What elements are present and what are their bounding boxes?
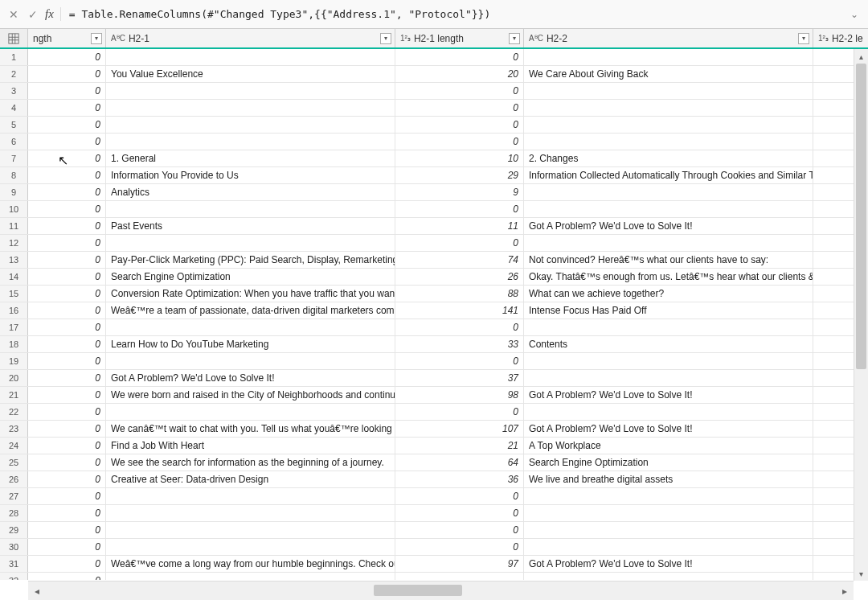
cell-h2-1[interactable]: We see the search for information as the… xyxy=(106,454,395,471)
row-number[interactable]: 23 xyxy=(0,421,28,437)
row-number[interactable]: 8 xyxy=(0,167,28,183)
row-number[interactable]: 3 xyxy=(0,83,28,99)
table-row[interactable]: 400 xyxy=(0,100,868,117)
cell-h2-1[interactable]: Find a Job With Heart xyxy=(106,438,395,454)
cell-h2-1-length[interactable]: 9 xyxy=(395,184,524,200)
scroll-up-icon[interactable]: ▴ xyxy=(854,49,868,64)
cell-h2-1[interactable]: We were born and raised in the City of N… xyxy=(106,387,395,403)
cell-h2-1[interactable] xyxy=(106,235,395,251)
cell-ngth[interactable]: 0 xyxy=(28,336,106,352)
cell-ngth[interactable]: 0 xyxy=(28,522,106,538)
cell-h2-1-length[interactable]: 0 xyxy=(395,505,524,521)
cell-h2-2[interactable] xyxy=(524,100,813,116)
table-row[interactable]: 160Weâ€™re a team of passionate, data-dr… xyxy=(0,302,868,319)
horizontal-scroll-thumb[interactable] xyxy=(374,585,462,596)
column-header-ngth[interactable]: ngth ▾ xyxy=(28,29,106,47)
filter-dropdown-icon[interactable]: ▾ xyxy=(91,33,102,44)
cell-ngth[interactable]: 0 xyxy=(28,286,106,302)
table-row[interactable]: 150Conversion Rate Optimization: When yo… xyxy=(0,286,868,302)
table-row[interactable]: 110Past Events11Got A Problem? We'd Love… xyxy=(0,218,868,235)
horizontal-scrollbar[interactable]: ◂ ▸ xyxy=(28,581,854,600)
cell-h2-1[interactable] xyxy=(106,522,395,538)
cell-h2-2[interactable]: 2. Changes xyxy=(524,150,813,166)
cell-ngth[interactable]: 0 xyxy=(28,218,106,234)
cell-h2-2[interactable]: Got A Problem? We'd Love to Solve It! xyxy=(524,218,813,234)
vertical-scrollbar[interactable]: ▴ ▾ xyxy=(854,49,868,581)
cell-h2-2[interactable] xyxy=(524,370,813,386)
filter-dropdown-icon[interactable]: ▾ xyxy=(380,33,391,44)
cell-h2-1[interactable]: Analytics xyxy=(106,184,395,200)
cell-h2-2[interactable]: Got A Problem? We'd Love to Solve It! xyxy=(524,421,813,437)
cell-h2-1-length[interactable]: 107 xyxy=(395,421,524,437)
cell-h2-1-length[interactable]: 98 xyxy=(395,387,524,403)
table-row[interactable]: 200Got A Problem? We'd Love to Solve It!… xyxy=(0,370,868,387)
row-number[interactable]: 31 xyxy=(0,556,28,572)
cell-h2-2[interactable]: A Top Workplace xyxy=(524,438,813,454)
cell-ngth[interactable]: 0 xyxy=(28,100,106,116)
cell-h2-1[interactable] xyxy=(106,573,395,580)
cell-h2-1[interactable]: Learn How to Do YouTube Marketing xyxy=(106,336,395,352)
cell-h2-2[interactable] xyxy=(524,319,813,335)
row-number[interactable]: 27 xyxy=(0,488,28,504)
cell-h2-1[interactable] xyxy=(106,201,395,217)
cell-h2-1[interactable] xyxy=(106,319,395,335)
table-row[interactable]: 3000 xyxy=(0,539,868,556)
cell-ngth[interactable]: 0 xyxy=(28,404,106,420)
cell-h2-1-length[interactable]: 74 xyxy=(395,252,524,268)
cell-h2-1-length[interactable]: 20 xyxy=(395,66,524,82)
cell-h2-1[interactable] xyxy=(106,134,395,150)
cell-h2-1[interactable] xyxy=(106,488,395,504)
cell-h2-1[interactable]: Past Events xyxy=(106,218,395,234)
cancel-button[interactable]: ✕ xyxy=(6,7,21,22)
row-number[interactable]: 17 xyxy=(0,319,28,335)
cell-h2-1[interactable] xyxy=(106,539,395,555)
cell-h2-1-length[interactable]: 0 xyxy=(395,522,524,538)
row-number[interactable]: 11 xyxy=(0,218,28,234)
row-number[interactable]: 16 xyxy=(0,302,28,318)
cell-ngth[interactable]: 0 xyxy=(28,387,106,403)
row-number[interactable]: 14 xyxy=(0,269,28,285)
table-row[interactable]: 130Pay-Per-Click Marketing (PPC): Paid S… xyxy=(0,252,868,269)
cell-h2-2[interactable]: Intense Focus Has Paid Off xyxy=(524,302,813,318)
cell-h2-1[interactable] xyxy=(106,117,395,133)
expand-formula-icon[interactable]: ⌄ xyxy=(847,9,862,20)
table-row[interactable]: 2700 xyxy=(0,488,868,505)
cell-h2-1-length[interactable]: 10 xyxy=(395,150,524,166)
cell-h2-2[interactable]: Not convinced? Hereâ€™s what our clients… xyxy=(524,252,813,268)
table-row[interactable]: 600 xyxy=(0,134,868,150)
cell-h2-2[interactable]: What can we achieve together? xyxy=(524,286,813,302)
cell-h2-2[interactable] xyxy=(524,117,813,133)
cell-ngth[interactable]: 0 xyxy=(28,150,106,166)
cell-h2-1[interactable]: 1. General xyxy=(106,150,395,166)
cell-h2-1-length[interactable]: 0 xyxy=(395,100,524,116)
table-row[interactable]: 20You Value Excellence20We Care About Gi… xyxy=(0,66,868,83)
cell-h2-1-length[interactable]: 141 xyxy=(395,302,524,318)
table-row[interactable]: 2800 xyxy=(0,505,868,522)
cell-h2-1-length[interactable]: 11 xyxy=(395,218,524,234)
row-number[interactable]: 1 xyxy=(0,49,28,65)
cell-ngth[interactable]: 0 xyxy=(28,471,106,487)
cell-ngth[interactable]: 0 xyxy=(28,66,106,82)
data-grid[interactable]: 10020You Value Excellence20We Care About… xyxy=(0,49,868,580)
scroll-right-icon[interactable]: ▸ xyxy=(836,582,854,600)
row-number[interactable]: 22 xyxy=(0,404,28,420)
row-number[interactable]: 2 xyxy=(0,66,28,82)
vertical-scroll-thumb[interactable] xyxy=(856,64,866,369)
cell-ngth[interactable]: 0 xyxy=(28,117,106,133)
filter-dropdown-icon[interactable]: ▾ xyxy=(798,33,809,44)
row-number[interactable]: 18 xyxy=(0,336,28,352)
cell-h2-1[interactable] xyxy=(106,83,395,99)
cell-h2-1[interactable]: Conversion Rate Optimization: When you h… xyxy=(106,286,395,302)
table-row[interactable]: 300 xyxy=(0,83,868,100)
cell-h2-2[interactable] xyxy=(524,235,813,251)
table-row[interactable]: 230We canâ€™t wait to chat with you. Tel… xyxy=(0,421,868,438)
table-row[interactable]: 260Creative at Seer: Data-driven Design3… xyxy=(0,471,868,488)
cell-h2-2[interactable] xyxy=(524,184,813,200)
cell-h2-2[interactable]: Information Collected Automatically Thro… xyxy=(524,167,813,183)
cell-ngth[interactable]: 0 xyxy=(28,505,106,521)
cell-ngth[interactable]: 0 xyxy=(28,201,106,217)
table-row[interactable]: 1700 xyxy=(0,319,868,336)
cell-h2-1-length[interactable]: 36 xyxy=(395,471,524,487)
cell-ngth[interactable]: 0 xyxy=(28,573,106,580)
cell-h2-1-length[interactable]: 97 xyxy=(395,556,524,572)
